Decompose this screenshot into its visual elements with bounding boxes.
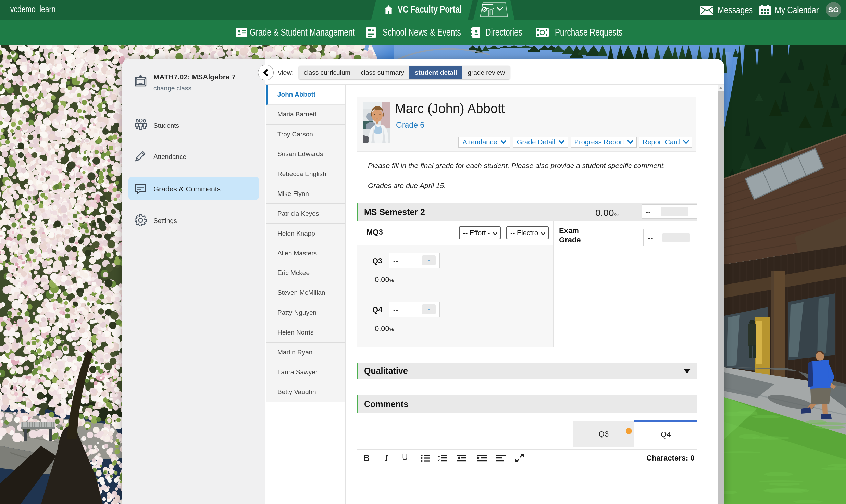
svg-text:2: 2	[438, 458, 440, 462]
svg-text:1: 1	[438, 454, 440, 457]
